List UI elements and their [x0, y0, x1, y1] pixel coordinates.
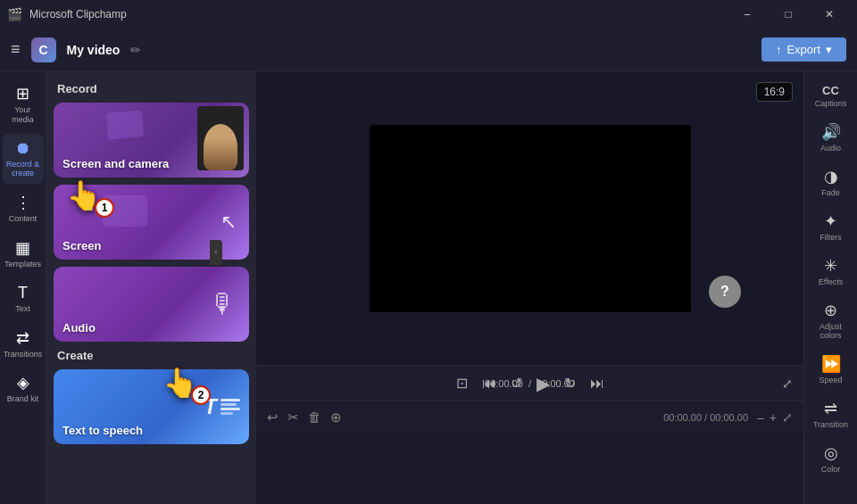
right-panel-item-effects[interactable]: ✳ Effects — [807, 251, 855, 292]
record-icon: ⏺ — [15, 139, 31, 158]
sidebar-item-record-create[interactable]: ⏺ Record & create — [3, 134, 44, 185]
sidebar-item-label: Brand kit — [7, 394, 39, 404]
right-panel-item-adjust-colors[interactable]: ⊕ Adjust colors — [807, 295, 855, 345]
fullscreen-button[interactable]: ⤢ — [782, 376, 793, 391]
video-preview-area: 16:9 — [256, 71, 803, 365]
export-label: Export — [786, 43, 820, 56]
zoom-fit-button[interactable]: ⤢ — [782, 410, 793, 425]
captions-label: Captions — [815, 99, 847, 108]
close-button[interactable]: ✕ — [809, 0, 850, 29]
adjust-colors-icon: ⊕ — [824, 301, 837, 320]
sidebar-item-label: Text — [15, 304, 30, 314]
icon-bar: ⊞ Your media ⏺ Record & create ⋮ Content… — [0, 71, 46, 504]
audio-card[interactable]: Audio 🎙 — [54, 267, 249, 342]
sidebar-item-label: Templates — [4, 260, 41, 269]
tts-preview: T — [204, 394, 240, 419]
right-panel-item-transition[interactable]: ⇌ Transition — [807, 393, 855, 434]
edit-title-icon[interactable]: ✏ — [130, 43, 141, 57]
right-panel-item-color[interactable]: ◎ Color — [807, 438, 855, 479]
timeline-time-counter: 00:00.00 / 00:00.00 — [663, 412, 748, 423]
content-icon: ⋮ — [15, 193, 31, 212]
content-area: 16:9 ⊡ ⏮ ↺ ▶ ↻ ⏭ 00:00.00 / 00:00.00 ⤢ ↩… — [256, 71, 803, 504]
effects-label: Effects — [819, 277, 843, 286]
delete-button[interactable]: 🗑 — [308, 409, 321, 425]
media-icon: ⊞ — [16, 84, 29, 103]
sidebar-item-label: Transitions — [4, 350, 43, 359]
text-to-speech-card[interactable]: Text to speech T — [54, 369, 249, 444]
right-panel-item-captions[interactable]: CC Captions — [807, 78, 855, 113]
side-panel: Record Screen and camera Screen ↖ — [46, 71, 256, 504]
export-chevron-icon: ▾ — [826, 43, 832, 56]
screen-camera-card[interactable]: Screen and camera — [54, 103, 249, 178]
filters-icon: ✦ — [824, 211, 837, 231]
video-canvas — [370, 125, 691, 312]
timeline-time-display: 00:00.00 / 00:00.00 — [663, 412, 748, 423]
title-bar-controls: – □ ✕ — [727, 0, 850, 29]
sidebar-item-transitions[interactable]: ⇄ Transitions — [3, 323, 44, 365]
current-time: 00:00.00 — [485, 378, 523, 389]
camera-preview — [197, 106, 244, 170]
screen-camera-label: Screen and camera — [62, 157, 169, 170]
transition-label: Transition — [813, 420, 848, 429]
fade-label: Fade — [821, 188, 840, 197]
export-button[interactable]: ↑ Export ▾ — [761, 37, 846, 62]
undo-button[interactable]: ↩ — [267, 409, 279, 426]
title-bar-left: 🎬 Microsoft Clipchamp — [7, 7, 127, 21]
app-icon: 🎬 — [7, 7, 22, 21]
help-button[interactable]: ? — [709, 276, 741, 308]
skip-forward-button[interactable]: ⏭ — [590, 376, 604, 392]
brand-kit-icon: ◈ — [17, 373, 29, 392]
transition-icon: ⇌ — [824, 399, 837, 418]
filters-label: Filters — [820, 233, 842, 242]
speed-icon: ⏩ — [821, 354, 841, 374]
screen-label: Screen — [62, 239, 101, 252]
timeline-toolbar: ↩ ✂ 🗑 ⊕ 00:00.00 / 00:00.00 – + ⤢ — [256, 401, 803, 433]
sidebar-item-brand-kit[interactable]: ◈ Brand kit — [3, 368, 44, 409]
project-title[interactable]: My video — [67, 43, 121, 57]
right-panel-item-fade[interactable]: ◑ Fade — [807, 161, 855, 202]
time-display: 00:00.00 / 00:00.00 — [485, 378, 575, 389]
zoom-in-button[interactable]: + — [770, 410, 777, 425]
tts-label: Text to speech — [62, 424, 143, 437]
effects-icon: ✳ — [824, 256, 837, 276]
color-label: Color — [821, 465, 841, 474]
right-panel-item-filters[interactable]: ✦ Filters — [807, 206, 855, 247]
transitions-icon: ⇄ — [16, 328, 29, 348]
speed-label: Speed — [819, 376, 842, 384]
right-panel-item-speed[interactable]: ⏩ Speed — [807, 349, 855, 390]
app-title: Microsoft Clipchamp — [29, 8, 127, 21]
audio-label: Audio — [62, 321, 96, 335]
sidebar-item-your-media[interactable]: ⊞ Your media — [3, 78, 44, 130]
create-section-title: Create — [54, 349, 249, 362]
hamburger-menu-icon[interactable]: ≡ — [11, 40, 21, 59]
sidebar-item-label: Content — [9, 214, 37, 224]
aspect-ratio-badge[interactable]: 16:9 — [756, 82, 793, 102]
panel-collapse-toggle[interactable]: ‹ — [210, 240, 222, 265]
sidebar-item-content[interactable]: ⋮ Content — [3, 187, 44, 229]
text-icon: T — [18, 284, 28, 302]
right-panel: CC Captions 🔊 Audio ◑ Fade ✦ Filters ✳ E… — [803, 71, 857, 504]
top-bar-right: ↑ Export ▾ — [761, 37, 846, 62]
export-icon: ↑ — [776, 43, 782, 56]
audio-icon: 🔊 — [821, 122, 841, 142]
right-panel-item-audio[interactable]: 🔊 Audio — [807, 117, 855, 158]
sidebar-item-text[interactable]: T Text — [3, 278, 44, 319]
total-time: 00:00.00 — [537, 378, 575, 389]
sidebar-item-label: Your media — [6, 105, 40, 125]
cut-button[interactable]: ✂ — [287, 409, 299, 426]
zoom-out-button[interactable]: – — [757, 410, 764, 425]
title-bar: 🎬 Microsoft Clipchamp – □ ✕ — [0, 0, 857, 29]
attach-button[interactable]: ⊕ — [330, 409, 342, 426]
main-layout: ⊞ Your media ⏺ Record & create ⋮ Content… — [0, 71, 857, 504]
color-icon: ◎ — [824, 443, 838, 463]
top-bar: ≡ C My video ✏ ↑ Export ▾ — [0, 29, 857, 71]
cursor-preview: ↖ — [220, 211, 237, 234]
adjust-colors-label: Adjust colors — [811, 322, 852, 340]
minimize-button[interactable]: – — [727, 0, 768, 29]
playback-controls: ⊡ ⏮ ↺ ▶ ↻ ⏭ 00:00.00 / 00:00.00 ⤢ — [256, 365, 803, 401]
microphone-preview: 🎙 — [210, 289, 237, 319]
sidebar-item-templates[interactable]: ▦ Templates — [3, 233, 44, 275]
fade-icon: ◑ — [824, 167, 838, 186]
maximize-button[interactable]: □ — [768, 0, 809, 29]
pip-button[interactable]: ⊡ — [456, 375, 468, 392]
